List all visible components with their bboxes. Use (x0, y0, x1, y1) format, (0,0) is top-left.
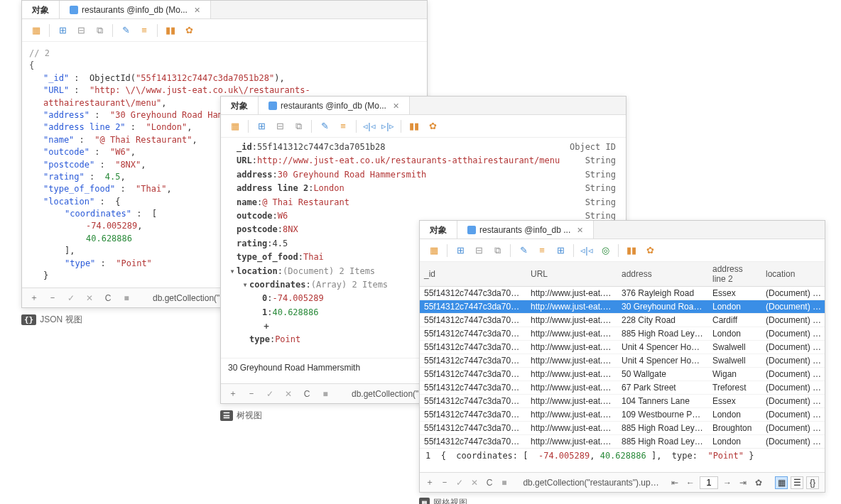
run-button[interactable]: ▦ (425, 242, 443, 259)
table-row[interactable]: 55f14312c7447c3da7051b30http://www.just-… (420, 354, 825, 368)
close-icon[interactable]: ✕ (577, 226, 583, 235)
insert-button[interactable]: ⊞ (54, 22, 71, 39)
table-row[interactable]: 55f14312c7447c3da7051b32http://www.just-… (420, 368, 825, 381)
close-icon[interactable]: ✕ (194, 6, 200, 15)
run-button[interactable]: ▦ (28, 22, 45, 39)
separator (248, 120, 249, 133)
tree-row[interactable]: name : @ Thai RestaurantString (228, 196, 619, 209)
settings-button[interactable]: ✿ (180, 22, 197, 39)
table-row[interactable]: 55f14312c7447c3da7051b33http://www.just-… (420, 395, 825, 408)
refresh-button[interactable]: C (485, 476, 494, 489)
stop-button[interactable]: ■ (500, 476, 509, 489)
data-grid[interactable]: _id URL address address line 2 location … (420, 262, 825, 448)
delete-button[interactable]: ⊟ (72, 22, 89, 39)
last-page-button[interactable]: ⇥ (737, 476, 749, 489)
next-page-button[interactable]: → (721, 476, 734, 489)
insert-button[interactable]: ⊞ (253, 118, 270, 135)
refresh-button[interactable]: C (300, 388, 313, 400)
edit-button[interactable]: ✎ (316, 118, 333, 135)
tab-object[interactable]: 对象 (22, 1, 60, 18)
tab-object[interactable]: 对象 (221, 97, 259, 114)
add-button[interactable]: ＋ (425, 476, 435, 489)
edit-button[interactable]: ✎ (117, 22, 134, 39)
remove-button[interactable]: － (245, 388, 258, 400)
insert-button[interactable]: ⊞ (452, 242, 469, 259)
format-button[interactable]: ≡ (335, 118, 352, 135)
table-row[interactable]: 55f14312c7447c3da7051b27http://www.just-… (420, 287, 825, 300)
format-button[interactable]: ≡ (136, 22, 153, 39)
commit-button[interactable]: ✓ (264, 388, 276, 400)
prev-page-button[interactable]: ← (684, 476, 697, 489)
grid-body[interactable]: _id URL address address line 2 location … (420, 262, 825, 448)
edit-button[interactable]: ✎ (515, 242, 532, 259)
tab-data-label: restaurants @info_db ... (479, 225, 570, 235)
table-row[interactable]: 55f14312c7447c3da7051b2ehttp://www.just-… (420, 327, 825, 341)
stop-button[interactable]: ■ (319, 388, 332, 400)
tab-data[interactable]: restaurants @info_db (Mo... ✕ (60, 1, 211, 18)
table-row[interactable]: 55f14312c7447c3da7051b2chttp://www.just-… (420, 435, 825, 449)
remove-button[interactable]: － (440, 476, 450, 489)
table-row[interactable]: 55f14312c7447c3da7051b34http://www.just-… (420, 408, 825, 422)
tab-data[interactable]: restaurants @info_db (Mo... ✕ (259, 97, 410, 114)
table-row[interactable]: 55f14312c7447c3da7051b2fhttp://www.just-… (420, 341, 825, 354)
page-input[interactable] (700, 476, 718, 489)
chart-button[interactable]: ▮▮ (623, 242, 640, 259)
copy-button[interactable]: ⧉ (290, 118, 307, 135)
json-view-toggle[interactable]: {} (806, 476, 819, 489)
tree-row[interactable]: URL : http://www.just-eat.co.uk/restaura… (228, 154, 619, 168)
run-button[interactable]: ▦ (227, 118, 244, 135)
commit-button[interactable]: ✓ (455, 476, 465, 489)
tab-bar: 对象 restaurants @info_db (Mo... ✕ (221, 97, 626, 115)
tree-row[interactable]: _id : 55f141312c7447c3da7051b28Object ID (228, 141, 619, 154)
chart-button[interactable]: ▮▮ (406, 118, 423, 135)
first-page-button[interactable]: ⇤ (668, 476, 681, 489)
tree-view-toggle[interactable]: ☰ (791, 476, 803, 489)
json-comment: // 2 (29, 48, 420, 60)
close-icon[interactable]: ✕ (393, 102, 399, 111)
tab-data[interactable]: restaurants @info_db ... ✕ (457, 221, 594, 239)
stop-button[interactable]: ■ (120, 292, 133, 305)
remove-button[interactable]: － (46, 292, 59, 305)
grid-view-toggle[interactable]: ▦ (775, 476, 788, 489)
settings-button[interactable]: ✿ (424, 118, 441, 135)
row-preview: 1 { coordinates: [ -74.005289, 40.628886… (420, 448, 825, 463)
braces-icon: {} (21, 314, 36, 325)
copy-button[interactable]: ⧉ (91, 22, 108, 39)
database-icon (467, 226, 476, 234)
table-row[interactable]: 55f14312c7447c3da7051b28http://www.just-… (420, 300, 825, 314)
delete-button[interactable]: ⊟ (470, 242, 487, 259)
grid-view-window: 对象 restaurants @info_db ... ✕ ▦ ⊞ ⊟ ⧉ ✎ … (419, 220, 825, 493)
target-button[interactable]: ◎ (597, 242, 614, 259)
tab-bar: 对象 restaurants @info_db (Mo... ✕ (22, 1, 427, 19)
commit-button[interactable]: ✓ (65, 292, 77, 305)
tree-row[interactable]: address : 30 Greyhound Road HammersmithS… (228, 168, 619, 182)
col-al2[interactable]: address line 2 (708, 262, 761, 287)
table-row[interactable]: 55f14312c7447c3da7051b31http://www.just-… (420, 381, 825, 395)
collapse-button[interactable]: ◃|◃ (578, 242, 595, 259)
delete-button[interactable]: ⊟ (271, 118, 288, 135)
cancel-button[interactable]: ✕ (470, 476, 479, 489)
col-address[interactable]: address (617, 262, 708, 287)
table-row[interactable]: 55f14312c7447c3da7051b26http://www.just-… (420, 314, 825, 327)
add-button[interactable]: ＋ (227, 388, 239, 400)
col-url[interactable]: URL (526, 262, 617, 287)
settings-button[interactable]: ✿ (641, 242, 658, 259)
expand-button[interactable]: ▹|▹ (379, 118, 396, 135)
pager: ⇤ ← → ⇥ ✿ ▦ ☰ {} (668, 476, 819, 489)
table-row[interactable]: 55f14312c7447c3da7051b2ahttp://www.just-… (420, 422, 825, 435)
refresh-button[interactable]: C (102, 292, 114, 305)
col-id[interactable]: _id (420, 262, 526, 287)
col-location[interactable]: location (761, 262, 825, 287)
add-button[interactable]: ＋ (28, 292, 40, 305)
grid-mode-button[interactable]: ⊞ (552, 242, 569, 259)
tab-object[interactable]: 对象 (420, 221, 457, 239)
grid-view-caption: ▦ 网格视图 (419, 497, 467, 504)
chart-button[interactable]: ▮▮ (162, 22, 179, 39)
collapse-button[interactable]: ◃|◃ (361, 118, 378, 135)
settings-icon[interactable]: ✿ (752, 476, 765, 489)
tree-row[interactable]: address line 2 : LondonString (228, 182, 619, 195)
copy-button[interactable]: ⧉ (489, 242, 506, 259)
cancel-button[interactable]: ✕ (83, 292, 96, 305)
format-button[interactable]: ≡ (533, 242, 550, 259)
cancel-button[interactable]: ✕ (282, 388, 295, 400)
